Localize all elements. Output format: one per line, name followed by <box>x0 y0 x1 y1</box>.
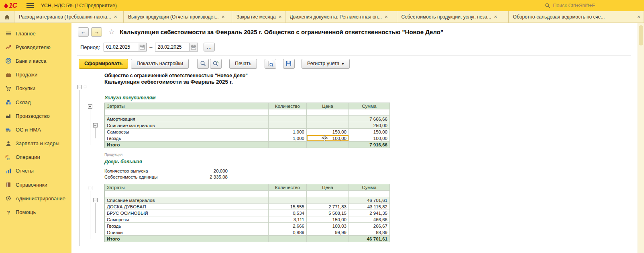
register-dropdown-button[interactable]: Регистр учета ▾ <box>302 59 350 69</box>
sidebar-item-zarplata-i-kadry[interactable]: Зарплата и кадры <box>0 137 71 150</box>
cell-amount[interactable]: 43 115,82 <box>349 204 390 210</box>
collapse-group-button[interactable] <box>93 198 98 202</box>
sidebar-item-administrirovanie[interactable]: Администрирование <box>0 191 71 205</box>
sidebar-item-proizvodstvo[interactable]: Производство <box>0 109 71 123</box>
tab-sebestoimost[interactable]: Себестоимость продукции, услуг, неза... … <box>397 11 509 23</box>
cell-price[interactable] <box>307 122 349 129</box>
find-refresh-button[interactable] <box>210 59 222 69</box>
sidebar-item-spravochniki[interactable]: Справочники <box>0 178 71 191</box>
back-button[interactable]: ← <box>78 27 89 37</box>
cell-price[interactable] <box>307 116 349 122</box>
cell-quantity[interactable]: 0,534 <box>269 210 307 216</box>
sidebar-item-prodazhi[interactable]: Продажи <box>0 68 71 82</box>
sidebar-item-pomosch[interactable]: ? Помощь <box>0 205 71 219</box>
tab-raskhod-materialov[interactable]: Расход материалов (Требования-накла... × <box>14 11 124 23</box>
total-quantity-cell[interactable] <box>269 236 307 242</box>
period-from-input[interactable] <box>104 43 138 51</box>
tab-close-icon[interactable]: × <box>222 14 225 20</box>
cell-expense-name[interactable]: Гвоздь <box>105 223 269 229</box>
tab-zakrytie-mesyaca[interactable]: Закрытие месяца × <box>232 11 285 23</box>
cell-expense-name[interactable]: Опилки <box>105 229 269 236</box>
sidebar-item-otchety[interactable]: Отчеты <box>0 164 71 178</box>
cell-price[interactable]: 2 771,83 <box>307 204 349 210</box>
cell-expense-name[interactable]: Саморезы <box>105 129 269 135</box>
calendar-button[interactable] <box>138 43 146 51</box>
tab-close-icon[interactable]: × <box>114 14 117 20</box>
sidebar-item-os-i-nma[interactable]: ОС и НМА <box>0 123 71 136</box>
collapse-group-button[interactable] <box>77 85 82 89</box>
sidebar-item-glavnoe[interactable]: Главное <box>0 27 71 40</box>
cell-amount[interactable]: 150,00 <box>349 129 390 135</box>
total-price-cell[interactable] <box>307 142 349 148</box>
tab-close-icon[interactable]: × <box>385 14 388 20</box>
vertical-scrollbar[interactable] <box>638 23 644 253</box>
period-more-button[interactable]: ... <box>204 43 215 51</box>
tab-close-icon[interactable]: × <box>494 14 497 20</box>
cell-amount[interactable]: 250,00 <box>349 122 390 129</box>
collapse-group-button[interactable] <box>88 104 92 109</box>
home-tab-button[interactable] <box>0 11 14 23</box>
calendar-button[interactable] <box>189 43 198 51</box>
period-to-input[interactable] <box>155 43 189 51</box>
cell-quantity[interactable]: 15,555 <box>269 204 307 210</box>
total-quantity-cell[interactable] <box>269 142 307 148</box>
generate-button[interactable]: Сформировать <box>79 59 128 69</box>
favorite-star-icon[interactable]: ☆ <box>108 28 115 35</box>
print-button[interactable]: Печать <box>229 59 257 69</box>
cell-price[interactable]: 150,00 <box>307 216 349 223</box>
sidebar-item-sklad[interactable]: Склад <box>0 95 71 109</box>
save-button[interactable] <box>283 59 295 69</box>
cell-price[interactable]: 150,00 <box>307 129 349 135</box>
find-button[interactable] <box>197 59 209 69</box>
sidebar-item-operacii[interactable]: ДтКт Операции <box>0 150 71 164</box>
scrollbar-thumb[interactable] <box>639 25 643 45</box>
show-settings-button[interactable]: Показать настройки <box>131 59 189 69</box>
sidebar-item-rukovoditelyu[interactable]: Руководителю <box>0 40 71 54</box>
collapse-group-button[interactable] <box>93 123 98 128</box>
forward-button[interactable]: → <box>91 27 102 37</box>
sidebar-item-pokupki[interactable]: Покупки <box>0 82 71 95</box>
cell-quantity[interactable]: 1,000 <box>269 135 307 142</box>
cell-amount[interactable]: 2 941,35 <box>349 210 390 216</box>
cell-expense-name[interactable]: Саморезы <box>105 216 269 223</box>
cell-amount[interactable]: -88,89 <box>349 229 390 236</box>
cell-price[interactable]: 99,99 <box>307 229 349 236</box>
cell-expense-name[interactable]: ДОСКА ДУБОВАЯ <box>105 204 269 210</box>
tab-osv[interactable]: Оборотно-сальдовая ведомость по сче... × <box>509 11 644 23</box>
global-search[interactable]: Поиск Ctrl+Shift+F <box>545 3 595 8</box>
total-price-cell[interactable] <box>307 236 349 242</box>
collapse-group-button[interactable] <box>83 85 87 89</box>
main-menu-icon[interactable] <box>26 3 34 8</box>
cell-price[interactable]: 5 508,15 <box>307 210 349 216</box>
cell-expense-name[interactable]: Списание материалов <box>105 122 269 129</box>
cell-quantity[interactable]: 3,111 <box>269 216 307 223</box>
tab-vypusk-produkcii[interactable]: Выпуск продукции (Отчеты производст... × <box>124 11 232 23</box>
total-label-cell[interactable]: Итого <box>105 236 269 242</box>
cell-quantity[interactable] <box>269 197 307 204</box>
cell-expense-name[interactable]: Списание материалов <box>105 197 269 204</box>
tab-close-icon[interactable]: × <box>637 14 640 20</box>
sidebar-item-bank-i-kassa[interactable]: Банк и касса <box>0 54 71 68</box>
cell-price[interactable] <box>307 197 349 204</box>
cell-amount[interactable]: 7 666,66 <box>349 116 390 122</box>
total-amount-cell[interactable]: 46 701,61 <box>349 236 390 242</box>
cell-expense-name[interactable]: БРУС ОСИНОВЫЙ <box>105 210 269 216</box>
cell-expense-name[interactable]: Амортизация <box>105 116 269 122</box>
cell-price[interactable]: 100,03 <box>307 223 349 229</box>
cell-amount[interactable]: 46 701,61 <box>349 197 390 204</box>
cell-quantity[interactable] <box>269 122 307 129</box>
preview-button[interactable] <box>265 59 276 69</box>
cell-amount[interactable]: 266,67 <box>349 223 390 229</box>
cell-quantity[interactable]: 2,666 <box>269 223 307 229</box>
total-label-cell[interactable]: Итого <box>105 142 269 148</box>
cell-quantity[interactable] <box>269 116 307 122</box>
cell-amount[interactable]: 466,66 <box>349 216 390 223</box>
total-amount-cell[interactable]: 7 916,66 <box>349 142 390 148</box>
collapse-group-button[interactable] <box>88 186 92 190</box>
tab-dvizheniya-dokumenta[interactable]: Движения документа: Регламентная оп... × <box>285 11 397 23</box>
cell-expense-name[interactable]: Гвоздь <box>105 135 269 142</box>
cell-quantity[interactable]: -0,889 <box>269 229 307 236</box>
cell-amount[interactable]: 100,00 <box>349 135 390 142</box>
cell-quantity[interactable]: 1,000 <box>269 129 307 135</box>
tab-close-icon[interactable]: × <box>279 14 282 20</box>
